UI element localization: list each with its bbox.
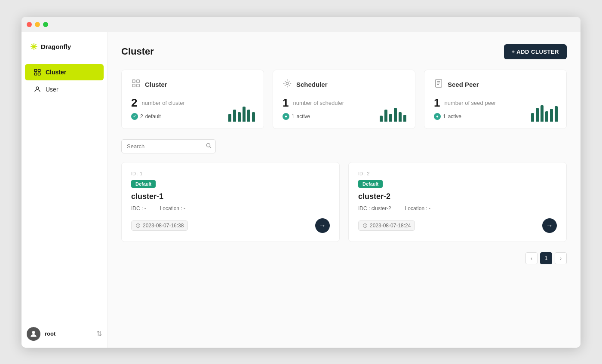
scheduler-stat-icon [283, 79, 292, 90]
clock-icon-2 [362, 223, 368, 228]
main-content: Cluster + ADD CLUSTER [108, 32, 580, 348]
sidebar-item-user[interactable]: User [25, 81, 104, 98]
pbar-4 [545, 111, 548, 122]
sidebar-nav: Cluster User [22, 61, 107, 320]
app-body: ✳ Dragonfly Cluster [22, 32, 580, 348]
cluster-2-location: Location : - [405, 205, 430, 211]
sbar-5 [399, 112, 402, 122]
seedpeer-sub-dot: ● [434, 113, 441, 120]
svg-rect-7 [137, 80, 139, 82]
svg-rect-0 [34, 69, 37, 71]
sbar-1 [380, 116, 383, 122]
stat-card-scheduler: Scheduler 1 number of scheduler ● 1 acti… [273, 70, 415, 129]
svg-rect-6 [132, 80, 135, 82]
pagination-page-1[interactable]: 1 [540, 252, 552, 264]
bar-3 [238, 112, 241, 122]
stat-card-scheduler-header: Scheduler [283, 79, 405, 90]
stat-cluster-label: number of cluster [141, 100, 184, 106]
bar-1 [228, 114, 231, 122]
bar-4 [243, 107, 246, 122]
pbar-5 [550, 109, 553, 122]
cluster-1-meta: IDC : - Location : - [131, 205, 330, 211]
main-header: Cluster + ADD CLUSTER [121, 44, 567, 59]
stat-card-seedpeer-header: Seed Peer [434, 79, 557, 90]
sidebar-logo-text: Dragonfly [41, 43, 71, 50]
sbar-2 [384, 110, 387, 122]
sidebar: ✳ Dragonfly Cluster [22, 32, 108, 348]
stat-card-scheduler-title: Scheduler [296, 81, 328, 88]
cluster-2-time: 2023-08-07-18:24 [358, 220, 415, 231]
stats-row: Cluster 2 number of cluster ✓ 2 default [121, 70, 567, 129]
add-cluster-button[interactable]: + ADD CLUSTER [504, 44, 567, 59]
sidebar-logo: ✳ Dragonfly [22, 32, 107, 61]
pagination-prev[interactable]: ‹ [525, 252, 538, 264]
svg-line-13 [210, 147, 211, 148]
stat-scheduler-label: number of scheduler [293, 100, 344, 106]
cluster-1-timestamp: 2023-08-07-16:38 [143, 223, 184, 229]
cluster-1-name: cluster-1 [131, 192, 330, 201]
cluster-1-arrow-button[interactable]: → [315, 218, 330, 233]
cluster-1-footer: 2023-08-07-16:38 → [131, 218, 330, 233]
pagination-next[interactable]: › [555, 252, 567, 264]
seedpeer-stat-icon [434, 79, 443, 90]
stat-card-seedpeer-title: Seed Peer [448, 81, 479, 88]
cluster-2-meta: IDC : cluster-2 Location : - [358, 205, 557, 211]
cluster-1-badge: Default [131, 180, 156, 188]
footer-username: root [45, 330, 92, 337]
cluster-stat-icon [131, 79, 141, 90]
dragonfly-logo-icon: ✳ [30, 42, 37, 52]
cluster-sub-dot: ✓ [131, 113, 138, 120]
stat-scheduler-chart [380, 108, 406, 122]
svg-point-4 [36, 87, 39, 89]
sbar-3 [389, 114, 392, 122]
minimize-dot[interactable] [35, 22, 40, 27]
svg-point-5 [32, 331, 35, 334]
pbar-3 [541, 105, 544, 122]
svg-rect-8 [132, 84, 135, 86]
sidebar-item-cluster[interactable]: Cluster [25, 64, 104, 80]
stat-card-cluster-header: Cluster [131, 79, 254, 90]
close-dot[interactable] [27, 22, 32, 27]
bar-2 [233, 110, 236, 122]
search-input-wrap [121, 139, 216, 153]
stat-seedpeer-chart [531, 105, 558, 122]
cluster-2-timestamp: 2023-08-07-18:24 [370, 223, 411, 229]
svg-rect-1 [38, 69, 40, 71]
clock-icon-1 [135, 223, 141, 228]
cluster-2-footer: 2023-08-07-18:24 → [358, 218, 557, 233]
cluster-card-2: ID : 2 Default cluster-2 IDC : cluster-2… [348, 162, 567, 242]
pbar-6 [555, 106, 558, 122]
stat-card-cluster-title: Cluster [145, 81, 167, 88]
cluster-nav-icon [34, 68, 41, 76]
sidebar-item-user-label: User [46, 86, 58, 93]
stat-seedpeer-sub-count: 1 [443, 113, 446, 119]
stat-scheduler-sub-count: 1 [292, 113, 295, 119]
stat-seedpeer-sub-label: active [448, 113, 461, 119]
stat-scheduler-count: 1 [283, 96, 289, 110]
cluster-1-location: Location : - [160, 205, 185, 211]
scheduler-sub-dot: ● [283, 113, 289, 120]
pbar-1 [531, 113, 534, 122]
bar-5 [247, 110, 250, 122]
pbar-2 [536, 108, 539, 122]
stat-cluster-count: 2 [131, 96, 137, 110]
sbar-6 [403, 115, 406, 122]
stat-cluster-chart [228, 107, 255, 122]
footer-user-info: root [45, 330, 92, 337]
search-input[interactable] [121, 139, 216, 153]
svg-point-10 [286, 82, 289, 85]
footer-expand-icon[interactable]: ⇅ [96, 330, 102, 338]
cluster-2-idc: IDC : cluster-2 [358, 205, 391, 211]
search-icon[interactable] [206, 143, 212, 150]
stat-card-seedpeer: Seed Peer 1 number of seed peer ● 1 acti… [424, 70, 567, 129]
cluster-2-arrow-button[interactable]: → [542, 218, 557, 233]
page-title: Cluster [121, 46, 154, 57]
sidebar-footer: root ⇅ [22, 320, 107, 348]
cluster-2-name: cluster-2 [358, 192, 557, 201]
maximize-dot[interactable] [43, 22, 48, 27]
pagination: ‹ 1 › [121, 252, 567, 264]
stat-cluster-sub-count: 2 [140, 113, 143, 119]
clusters-grid: ID : 1 Default cluster-1 IDC : - Locatio… [121, 162, 567, 242]
svg-rect-11 [436, 79, 442, 87]
search-row [121, 139, 567, 153]
